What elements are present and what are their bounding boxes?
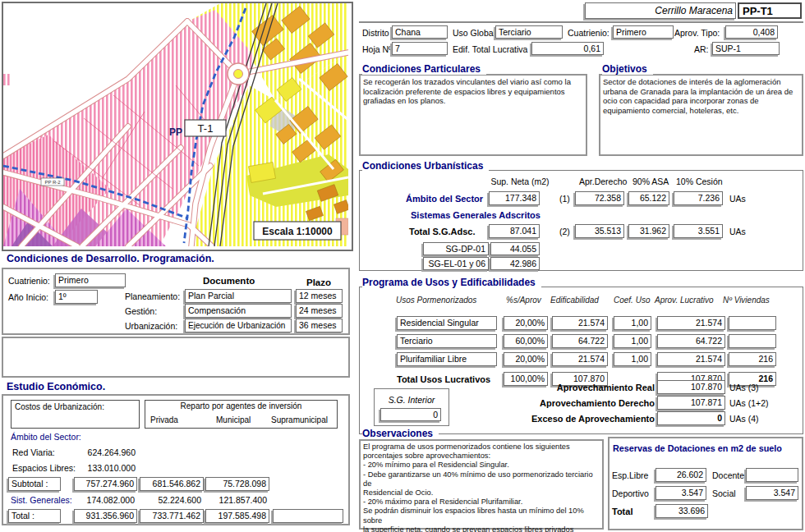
viviendas-field[interactable] (729, 316, 776, 330)
uso-field[interactable]: Plurifamiliar Libre (397, 352, 497, 366)
aprov-field[interactable]: 21.574 (657, 316, 725, 330)
ambito-unit: UAs (729, 194, 746, 204)
uso-field[interactable]: Terciario (397, 334, 497, 348)
gestion-doc-field[interactable]: Compensación (185, 304, 292, 318)
col-num-viviendas: Nº Viviendas (723, 296, 770, 305)
ano-inicio-field[interactable]: 1º (55, 290, 98, 304)
map-roundabout (228, 63, 249, 85)
ano-inicio-label: Año Inicio: (8, 292, 48, 302)
ambito-cesion-field[interactable]: 7.236 (674, 191, 723, 205)
aprov-real-unit: UAs (3) (729, 383, 759, 392)
programa-title: Programa de Usos y Edificabilidades (362, 277, 541, 288)
total-sg-ref: (2) (559, 227, 570, 236)
total-sg-asa-field[interactable]: 31.962 (628, 224, 669, 238)
urbanizacion-plazo-field[interactable]: 36 meses (296, 319, 343, 332)
pct-field[interactable]: 60,00% (504, 334, 548, 348)
viviendas-field[interactable] (729, 334, 776, 348)
edif-total-label: Edif. Total Lucrativa (453, 44, 527, 54)
edif-field[interactable]: 21.574 (552, 352, 608, 366)
col-coef-uso: Coef. Uso (614, 296, 650, 305)
planeamiento-doc-field[interactable]: Plan Parcial (185, 289, 292, 303)
distrito-label: Distrito (362, 28, 389, 38)
deportivo-field[interactable]: 3.547 (656, 486, 706, 500)
gestion-plazo-field[interactable]: 24 meses (296, 304, 343, 318)
urbanizacion-doc-field[interactable]: Ejecución de Urbanización (185, 319, 292, 332)
aprov-derecho-field[interactable]: 107.871 (657, 396, 725, 410)
total-value[interactable]: 197.585.498 (205, 509, 269, 523)
esp-libre-field[interactable]: 26.602 (656, 468, 706, 482)
total-value[interactable]: 733.771.462 (140, 509, 204, 523)
urbanizacion-label: Urbanización: (125, 321, 177, 331)
spacer-box (2, 337, 350, 378)
planeamiento-plazo-field[interactable]: 12 meses (296, 289, 343, 303)
sg-code-field[interactable]: SG-DP-01 (423, 242, 489, 255)
sg-value-field[interactable]: 42.986 (490, 257, 540, 270)
edif-field[interactable]: 64.722 (552, 334, 608, 348)
uso-field[interactable]: Residencial Singular (397, 316, 497, 330)
ambito-ref: (1) (559, 194, 570, 204)
ambito-apr-derecho-field[interactable]: 72.358 (575, 191, 624, 205)
subtotal-label-box: Subtotal : (8, 477, 61, 491)
subtotal-value[interactable]: 75.728.098 (205, 477, 269, 491)
pct-field[interactable]: 20,00% (504, 352, 548, 366)
desarrollo-cuatrienio-field[interactable]: Primero (55, 273, 126, 287)
sg-value-field[interactable]: 44.055 (490, 242, 540, 255)
cuatrienio-field[interactable]: Primero (613, 25, 674, 39)
viviendas-field[interactable]: 216 (729, 352, 776, 366)
aprov-tipo-field[interactable]: 0,408 (725, 25, 778, 39)
pct-field[interactable]: 20,00% (504, 316, 548, 330)
sector-code-badge: PP-T1 (738, 2, 802, 19)
edif-total-field[interactable]: 0,61 (531, 42, 604, 55)
espacios-libres-value: 133.010.000 (53, 463, 136, 473)
aprov-real-field[interactable]: 107.870 (657, 380, 725, 394)
col-apr-derecho: Apr.Derecho (579, 177, 627, 186)
sg-code-field[interactable]: SG-EL-01 y 06 (423, 257, 489, 270)
coef-field[interactable]: 1,00 (614, 334, 651, 348)
ambito-asa-field[interactable]: 65.122 (628, 191, 669, 205)
coef-field[interactable]: 1,00 (614, 316, 651, 330)
docente-field[interactable] (746, 468, 798, 482)
exceso-aprov-unit: UAs (4) (729, 414, 759, 424)
hoja-field[interactable]: 7 (392, 42, 448, 55)
aprov-field[interactable]: 21.574 (657, 352, 725, 366)
ambito-sector-label: Ámbito del Sector (406, 194, 483, 204)
social-field[interactable]: 3.547 (746, 486, 798, 500)
col-sup-neta: Sup. Neta (m2) (487, 177, 553, 186)
aprov-tipo-label: Aprov. Tipo: (674, 28, 720, 38)
objetivos-text: Sector de dotaciones de interés de la ag… (603, 77, 798, 115)
municipality-field[interactable]: Cerrillo Maracena (585, 2, 736, 19)
costos-label: Costos de Urbanización: (15, 402, 104, 411)
uso-global-field[interactable]: Terciario (495, 25, 563, 39)
coef-field[interactable]: 1,00 (614, 352, 651, 366)
distrito-field[interactable]: Chana (392, 25, 448, 39)
total-sg-unit: UAs (729, 227, 746, 236)
subtotal-value[interactable]: 757.274.960 (74, 477, 137, 491)
map-label-t1: T-1 (198, 122, 214, 135)
total-sg-label: Total S.G.Adsc. (409, 227, 475, 236)
reparto-title: Reparto por agentes de inversión (145, 401, 338, 410)
sg-interior-field[interactable]: 0 (380, 408, 441, 421)
reparto-col-municipal: Municipal (216, 415, 251, 424)
subtotal-value[interactable]: 681.546.862 (140, 477, 204, 491)
ar-field[interactable]: SUP-1 (712, 42, 780, 55)
exceso-aprov-label: Exceso de Aprovechamiento (494, 414, 655, 424)
observaciones-text: El programa de usos pormenorizados conti… (363, 443, 599, 532)
condiciones-particulares-text: Se recogerán los trazados vinculantes de… (363, 77, 580, 106)
documento-header: Documento (203, 276, 255, 286)
col-usos-pormenorizados: Usos Pormenorizados (396, 296, 476, 305)
ambito-sup-neta-field[interactable]: 177.348 (489, 191, 540, 205)
total-sg-cesion-field[interactable]: 3.551 (674, 224, 723, 238)
exceso-aprov-field[interactable]: 0 (657, 411, 725, 425)
aprov-real-label: Aprovechamiento Real (494, 383, 655, 392)
aprov-field[interactable]: 64.722 (657, 334, 725, 348)
total-value[interactable]: 931.356.960 (74, 509, 137, 523)
cuatrienio-label: Cuatrienio: (568, 28, 610, 38)
map-label-pp: PP (169, 126, 182, 138)
docente-label: Docente (712, 470, 744, 480)
total-sg-apr-derecho-field[interactable]: 35.513 (575, 224, 624, 238)
reservas-total-field[interactable]: 33.696 (656, 504, 708, 518)
zoning-map: PP R-2 PP T-1 Escala 1:10000 (3, 3, 348, 246)
total-sg-sup-neta-field[interactable]: 87.041 (489, 224, 540, 238)
edif-field[interactable]: 21.574 (552, 316, 608, 330)
total-extra-box[interactable] (273, 509, 343, 523)
